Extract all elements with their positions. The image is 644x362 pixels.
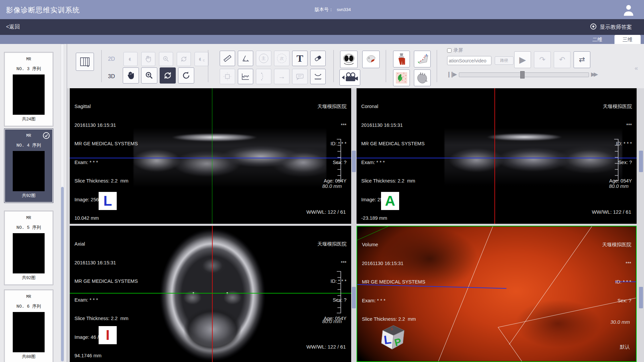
toolbar-divider — [333, 50, 334, 82]
crosshair-vertical-red[interactable] — [212, 226, 213, 362]
curve-profile-button[interactable] — [238, 69, 253, 84]
show-teacher-answer-button[interactable]: 显示教师答案 — [590, 23, 632, 32]
user-avatar-icon[interactable] — [622, 3, 635, 16]
zoom-2d-button[interactable] — [159, 52, 173, 66]
version-label: 版本号： — [315, 7, 333, 12]
show-teacher-answer-label: 显示教师答案 — [600, 24, 632, 31]
secondary-marker-button[interactable]: 次 — [274, 51, 289, 66]
viewport-axial[interactable]: Axial 20161130 16:15:31 MR GE MEDICAL SY… — [70, 226, 351, 362]
series-card-3[interactable]: MR NO. 3 序列 共24图 — [4, 52, 53, 126]
rotate-2d-button[interactable] — [177, 52, 191, 66]
series-count: 共24图 — [4, 116, 53, 122]
view-mode-tabs: 二维 三维 — [0, 35, 644, 44]
main-marker-button[interactable]: 主 — [256, 51, 271, 66]
curve-ruler-button[interactable] — [310, 69, 326, 84]
roi-box-button[interactable] — [220, 69, 235, 84]
crosshair-vertical-red[interactable] — [494, 88, 495, 224]
series-thumbnail — [13, 233, 45, 273]
zoom-3d-button[interactable] — [141, 67, 157, 84]
splitter-handle[interactable] — [352, 287, 356, 308]
skull-icon — [364, 53, 378, 66]
pan-2d-button[interactable] — [141, 52, 155, 66]
window-level-icon: ◐ — [128, 55, 132, 63]
right-splitter[interactable] — [638, 88, 644, 362]
swap-direction-button[interactable]: ⇄ — [574, 51, 590, 68]
knee-bone-icon — [395, 53, 408, 65]
measure-length-button[interactable] — [220, 51, 235, 66]
viewport-title: Axial — [74, 241, 138, 247]
crosshair-vertical-green[interactable] — [212, 88, 212, 224]
curve-ruler-icon — [313, 72, 323, 81]
video-camera-icon — [341, 72, 359, 83]
tab-2d[interactable]: 二维 — [584, 35, 610, 44]
version-value: svn334 — [337, 7, 351, 12]
scale-label: 80.0 mm — [609, 183, 629, 189]
viewport-title: Coronal — [361, 103, 425, 110]
record-camera-button[interactable] — [339, 69, 360, 86]
preset-heart-button[interactable] — [414, 69, 431, 86]
slider-forward-icon[interactable]: ▶▶ — [591, 71, 596, 78]
series-card-6[interactable]: MR NO. 6 序列 共88图 — [4, 290, 53, 362]
arrow-annotation-button[interactable]: → — [274, 69, 289, 84]
arc-tool-button[interactable] — [256, 69, 271, 84]
cube-face-top: S — [390, 327, 393, 331]
slider-rewind-icon[interactable]: ❙❙▶ — [446, 71, 455, 78]
comment-button[interactable] — [292, 69, 308, 84]
rotate-3d-button-active[interactable] — [160, 67, 176, 84]
eraser-button[interactable] — [310, 51, 326, 66]
preset-lung-ct-button[interactable] — [340, 51, 358, 68]
play-button[interactable]: ▶ — [514, 51, 531, 68]
preset-skull-button[interactable] — [362, 51, 380, 68]
series-modality: MR — [4, 57, 53, 62]
sidebar-scrollbar-thumb[interactable] — [61, 187, 64, 361]
comment-icon — [295, 72, 305, 81]
orientation-letter-left: L — [99, 192, 117, 210]
layout-select-button[interactable] — [76, 53, 94, 71]
viewport-sagittal[interactable]: Sagittal 20161130 16:15:31 MR GE MEDICAL… — [70, 88, 351, 224]
toolbar-divider — [386, 50, 386, 82]
series-name: NO. 3 序列 — [4, 66, 53, 72]
frame-slider-thumb[interactable] — [520, 71, 525, 79]
sidebar-scrollbar[interactable] — [61, 44, 64, 362]
splitter-handle[interactable] — [352, 151, 356, 172]
volume-preset-label[interactable]: 默认 — [620, 344, 630, 350]
scale-label: 80.0 mm — [322, 183, 342, 189]
histogram-icon — [241, 72, 250, 81]
toolbar-divider — [437, 50, 437, 82]
preset-knee-button[interactable] — [393, 51, 410, 67]
volume-overlay-left: Volume 20161130 16:15:31 MR GE MEDICAL S… — [362, 229, 425, 335]
hand-icon — [126, 71, 136, 80]
rotate-cw-playback-button[interactable]: ↷ — [534, 51, 551, 68]
vertical-splitter[interactable] — [351, 88, 357, 362]
tab-3d[interactable]: 三维 — [614, 35, 641, 44]
splitter-handle[interactable] — [639, 287, 643, 308]
foot-icon — [416, 53, 429, 65]
window-reset-2d-button[interactable]: ◐c — [195, 52, 209, 66]
screen-record-checkbox[interactable] — [447, 48, 451, 53]
orientation-cube[interactable]: S L P — [377, 321, 406, 351]
leaf-segmentation-icon — [395, 71, 408, 84]
series-card-4-selected[interactable]: MR NO. 4 序列 共92图 — [4, 128, 53, 203]
label-2d: 2D — [108, 56, 115, 62]
preset-foot-button[interactable] — [414, 51, 431, 67]
preset-segmentation-button[interactable] — [393, 69, 410, 86]
path-button[interactable]: 路径 — [495, 56, 514, 65]
viewport-coronal[interactable]: Coronal 20161130 16:15:31 MR GE MEDICAL … — [357, 88, 637, 224]
frame-slider[interactable] — [459, 72, 589, 77]
video-path-input[interactable] — [447, 56, 491, 65]
rotate-ccw-playback-button[interactable]: ↶ — [554, 51, 571, 68]
screen-record-option[interactable]: 录屏 — [447, 47, 463, 53]
measure-angle-button[interactable] — [238, 51, 253, 66]
series-card-5[interactable]: MR NO. 5 序列 共92图 — [4, 211, 53, 285]
viewport-volume-active[interactable]: Volume 20161130 16:15:31 MR GE MEDICAL S… — [357, 226, 637, 362]
play-icon: ▶ — [519, 55, 526, 64]
pan-3d-button[interactable] — [123, 67, 139, 84]
back-button[interactable]: <返回 — [6, 23, 20, 31]
splitter-handle[interactable] — [639, 151, 643, 172]
ruler-icon — [223, 54, 232, 63]
reset-rotation-button[interactable] — [178, 67, 194, 84]
window-level-2d-button[interactable]: ◐ — [123, 52, 138, 66]
scale-ruler — [612, 139, 620, 182]
text-annotation-button[interactable]: T — [292, 51, 308, 66]
collapse-toolbar-icon[interactable]: « — [635, 65, 638, 72]
